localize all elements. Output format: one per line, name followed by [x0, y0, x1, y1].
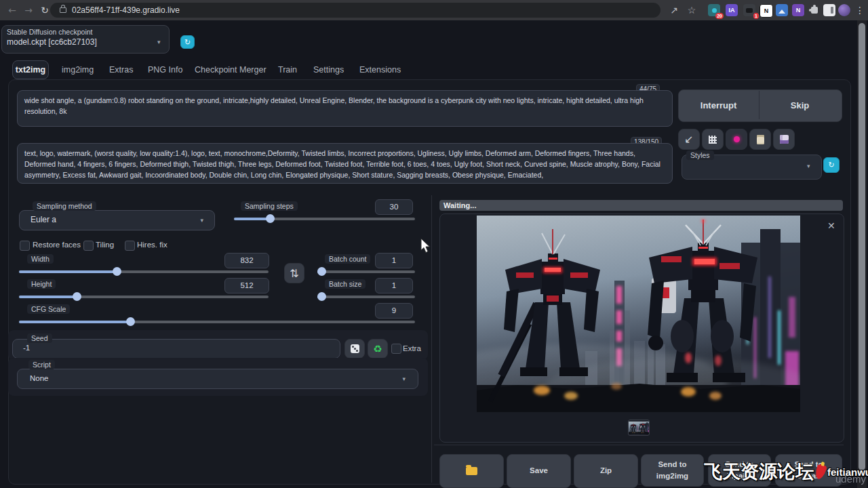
send-to-img2img-button[interactable]: Send to img2img	[641, 454, 704, 487]
batch-count-slider[interactable]	[317, 268, 415, 275]
address-bar[interactable]: 02a56ff4-71ff-439e.gradio.live	[50, 3, 660, 18]
sampling-method-select[interactable]: Euler a ▾	[19, 210, 215, 230]
tiling-checkbox[interactable]	[83, 241, 94, 251]
seed-input[interactable]: -1	[12, 339, 340, 359]
prompt-textarea[interactable]: wide shot angle, a (gundam:0.8) robot st…	[17, 90, 673, 127]
tab-extras[interactable]: Extras	[109, 65, 133, 75]
forward-icon[interactable]: →	[22, 3, 35, 17]
chili-icon	[814, 463, 827, 480]
mouse-cursor	[420, 239, 431, 256]
open-folder-button[interactable]	[439, 454, 504, 488]
share-icon[interactable]: ↗	[667, 3, 681, 17]
seed-label: Seed	[27, 333, 52, 343]
cfg-scale-slider[interactable]	[19, 319, 415, 325]
profile-avatar[interactable]	[838, 4, 850, 16]
tiling-label: Tiling	[96, 241, 114, 249]
tab-settings[interactable]: Settings	[313, 65, 344, 75]
cfg-scale-input[interactable]: 9	[375, 303, 413, 319]
chevron-down-icon: ▾	[807, 163, 810, 169]
random-seed-button[interactable]	[344, 339, 365, 359]
tab-train[interactable]: Train	[278, 65, 297, 75]
extension-image-icon[interactable]	[776, 4, 788, 16]
tab-extensions[interactable]: Extensions	[359, 65, 401, 75]
side-panel-icon[interactable]	[823, 4, 835, 16]
back-icon[interactable]: ←	[5, 3, 19, 17]
batch-count-label: Batch count	[325, 254, 370, 264]
extensions-puzzle-icon[interactable]	[808, 4, 821, 16]
width-label: Width	[27, 254, 54, 264]
gradio-page: Stable Diffusion checkpoint model.ckpt […	[0, 20, 868, 488]
cfg-scale-label: CFG Scale	[27, 304, 70, 314]
paste-params-button[interactable]: ↙	[678, 129, 700, 150]
extension-onenote-icon[interactable]: N	[792, 4, 804, 16]
card-dot-icon	[734, 136, 740, 142]
height-slider[interactable]	[19, 293, 269, 300]
chevron-down-icon: ▾	[402, 375, 406, 382]
tab-txt2img[interactable]: txt2img	[12, 60, 49, 79]
generated-image[interactable]	[477, 216, 800, 412]
checkpoint-label: Stable Diffusion checkpoint	[7, 28, 92, 36]
browser-toolbar: ← → ↻ 02a56ff4-71ff-439e.gradio.live ↗ ☆…	[0, 0, 868, 21]
url-text: 02a56ff4-71ff-439e.gradio.live	[72, 5, 180, 15]
extension-badge: 20	[715, 13, 724, 19]
width-slider[interactable]	[19, 268, 269, 275]
scrollbar-thumb[interactable]	[859, 23, 865, 470]
column-divider	[431, 195, 432, 483]
batch-size-input[interactable]: 1	[375, 278, 413, 293]
watermark-brand: udemy	[835, 473, 866, 485]
interrupt-button[interactable]: Interrupt	[678, 89, 759, 121]
save-button[interactable]: Save	[507, 454, 571, 488]
restore-faces-checkbox[interactable]	[20, 241, 30, 251]
output-divider	[434, 445, 844, 445]
folder-icon	[466, 467, 477, 475]
dice-icon	[351, 344, 359, 353]
checkpoint-select[interactable]: model.ckpt [cc6cb27103]	[7, 37, 97, 47]
hires-fix-label: Hires. fix	[137, 241, 167, 249]
skip-button[interactable]: Skip	[760, 89, 840, 121]
extra-networks-button[interactable]	[726, 129, 747, 150]
seed-extra-checkbox[interactable]	[391, 344, 401, 354]
styles-label: Styles	[686, 150, 714, 160]
bookmark-star-icon[interactable]: ☆	[685, 3, 698, 17]
batch-count-input[interactable]: 1	[375, 253, 413, 268]
tab-png-info[interactable]: PNG Info	[148, 65, 182, 75]
save-style-button[interactable]	[773, 129, 795, 150]
progress-bar: Waiting...	[439, 200, 843, 211]
clipboard-icon	[757, 135, 764, 144]
swap-arrows-icon: ⇅	[290, 267, 298, 280]
hires-fix-checkbox[interactable]	[125, 241, 135, 251]
extension-notion-icon[interactable]: N	[760, 4, 773, 18]
width-input[interactable]: 832	[224, 253, 269, 268]
sampling-method-value: Euler a	[31, 215, 56, 224]
zip-button[interactable]: Zip	[574, 454, 638, 488]
script-label: Script	[28, 360, 55, 369]
tab-checkpoint-merger[interactable]: Checkpoint Merger	[195, 65, 267, 75]
refresh-checkpoint-button[interactable]: ↻	[180, 35, 195, 49]
sampling-steps-input[interactable]: 30	[375, 199, 413, 215]
menu-kebab-icon[interactable]: ⋮	[853, 3, 867, 17]
extension-teal-icon[interactable]: 20	[708, 4, 720, 16]
script-select[interactable]: None ▾	[17, 369, 418, 389]
refresh-styles-button[interactable]: ↻	[823, 157, 840, 173]
negative-prompt-textarea[interactable]: text, logo, watermark, (worst quality, l…	[17, 143, 673, 184]
seed-extra-label: Extra	[403, 344, 421, 352]
reload-icon[interactable]: ↻	[38, 3, 52, 17]
apply-style-button[interactable]	[749, 129, 771, 150]
extension-camera-icon[interactable]: 1	[743, 4, 755, 16]
screen: ← → ↻ 02a56ff4-71ff-439e.gradio.live ↗ ☆…	[0, 0, 868, 488]
gallery-thumbnail[interactable]	[628, 420, 650, 436]
extension-ia-icon[interactable]: IA	[726, 4, 738, 16]
tab-img2img[interactable]: img2img	[62, 65, 94, 75]
floppy-icon	[780, 135, 789, 144]
swap-dimensions-button[interactable]: ⇅	[284, 263, 304, 283]
sampling-steps-label: Sampling steps	[241, 201, 298, 211]
extension-badge: 1	[753, 13, 759, 19]
close-icon[interactable]: ✕	[827, 220, 835, 231]
reuse-seed-button[interactable]: ♻	[368, 339, 388, 359]
height-label: Height	[27, 279, 56, 289]
seed-value: -1	[23, 344, 30, 352]
sampling-steps-slider[interactable]	[234, 216, 415, 222]
height-input[interactable]: 512	[224, 278, 269, 293]
batch-size-slider[interactable]	[317, 293, 415, 300]
clear-prompt-button[interactable]	[702, 129, 724, 150]
